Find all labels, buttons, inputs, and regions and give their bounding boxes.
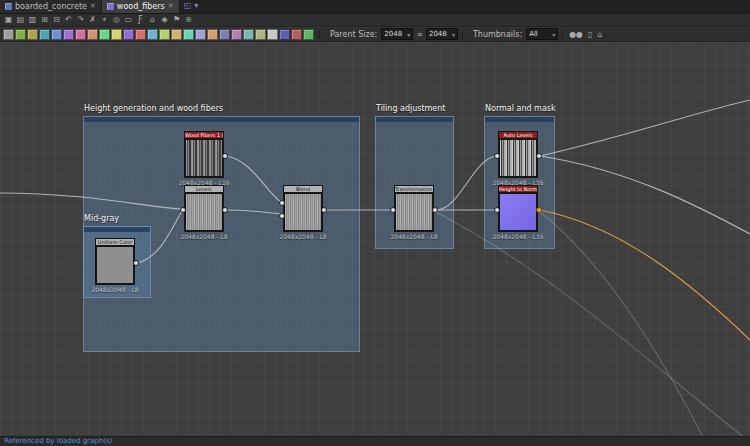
node-thumbnail[interactable]: [394, 192, 434, 232]
output-connector[interactable]: [432, 207, 438, 213]
node-type-icon[interactable]: [87, 29, 98, 40]
node-type-icon[interactable]: [195, 29, 206, 40]
wire: [540, 212, 705, 436]
node-type-icon[interactable]: [147, 29, 158, 40]
toolbar-icon[interactable]: ▣: [3, 15, 14, 25]
node-blend[interactable]: Blend 2048x2048 - L8: [283, 185, 323, 232]
input-connector[interactable]: [494, 207, 500, 213]
node-type-icon[interactable]: [255, 29, 266, 40]
input-connector[interactable]: [279, 200, 285, 206]
output-connector[interactable]: [536, 207, 542, 213]
node-uniform-color[interactable]: Uniform Color 2048x2048 - L8: [95, 238, 135, 285]
node-type-icon[interactable]: [231, 29, 242, 40]
tab-wood-fibers[interactable]: wood_fibers ✕: [102, 0, 180, 13]
node-type-icon[interactable]: [15, 29, 26, 40]
close-icon[interactable]: ✕: [90, 3, 96, 10]
parent-size-width-value: 2048: [384, 30, 402, 38]
input-connector[interactable]: [494, 153, 500, 159]
node-title: Height to Normal W...: [498, 185, 538, 192]
toolbar-icon[interactable]: ⊟: [51, 15, 62, 25]
thumbnails-value: All: [529, 30, 538, 38]
toolbar-icon[interactable]: ⊞: [39, 15, 50, 25]
panel-icon[interactable]: ▯: [588, 30, 592, 39]
node-type-icon[interactable]: [171, 29, 182, 40]
input-connector[interactable]: [180, 207, 186, 213]
output-connector[interactable]: [536, 153, 542, 159]
toolbar-icon[interactable]: ⌂: [147, 15, 158, 25]
node-type-icon[interactable]: [63, 29, 74, 40]
node-type-icon[interactable]: [3, 29, 14, 40]
toolbar-icon[interactable]: ≋: [183, 15, 194, 25]
close-icon[interactable]: ✕: [168, 3, 174, 10]
toolbar-icon[interactable]: ◎: [111, 15, 122, 25]
toolbar-icon[interactable]: ▤: [15, 15, 26, 25]
toolbar-icon[interactable]: ▭: [123, 15, 134, 25]
node-toolbar-icons: [3, 29, 315, 40]
node-type-icon[interactable]: [123, 29, 134, 40]
node-thumbnail[interactable]: [184, 138, 224, 178]
node-thumbnail[interactable]: [498, 138, 538, 178]
node-title: Auto Levels: [498, 131, 538, 138]
output-connector[interactable]: [321, 207, 327, 213]
home-view-icon[interactable]: ⌂: [598, 30, 603, 39]
output-connector[interactable]: [133, 260, 139, 266]
toolbar-icon[interactable]: ⌖: [99, 15, 110, 25]
parent-size-width-dropdown[interactable]: 2048 ▾: [381, 28, 413, 40]
node-title: Wood Fibers 1 (Le...: [184, 131, 224, 138]
node-levels[interactable]: Levels 2048x2048 - L8: [184, 185, 224, 232]
toolbar-icon[interactable]: ✗: [87, 15, 98, 25]
toolbar-icon[interactable]: ◈: [159, 15, 170, 25]
chevron-down-icon: ▾: [552, 31, 555, 38]
link-size-icon[interactable]: ∞: [416, 30, 423, 39]
input-connector[interactable]: [390, 207, 396, 213]
toolbar-icon[interactable]: ⚑: [171, 15, 182, 25]
node-thumbnail[interactable]: [184, 192, 224, 232]
thumbnails-dropdown[interactable]: All ▾: [526, 28, 558, 40]
tab-boarded-concrete[interactable]: boarded_concrete ✕: [0, 0, 102, 13]
node-wood-fibers[interactable]: Wood Fibers 1 (Le... 2048x2048 - L16: [184, 131, 224, 178]
node-type-icon[interactable]: [135, 29, 146, 40]
parent-size-height-dropdown[interactable]: 2048 ▾: [426, 28, 458, 40]
node-thumbnail[interactable]: [95, 245, 135, 285]
toolbar-separator: [562, 30, 563, 39]
input-connector[interactable]: [279, 213, 285, 219]
node-transformation-2d[interactable]: Transformation 2D 2048x2048 - L8: [394, 185, 434, 232]
node-type-icon[interactable]: [279, 29, 290, 40]
chevron-down-icon: ▾: [452, 31, 455, 38]
toolbar-icon[interactable]: Ƒ: [135, 15, 146, 25]
node-type-icon[interactable]: [183, 29, 194, 40]
node-type-icon[interactable]: [159, 29, 170, 40]
node-type-icon[interactable]: [111, 29, 122, 40]
node-type-icon[interactable]: [243, 29, 254, 40]
node-type-icon[interactable]: [219, 29, 230, 40]
wire-normal-output: [540, 210, 750, 340]
toolbar-icon[interactable]: ▥: [27, 15, 38, 25]
node-auto-levels[interactable]: Auto Levels 2048x2048 - L16: [498, 131, 538, 178]
node-thumbnail[interactable]: [498, 192, 538, 232]
node-type-icon[interactable]: [303, 29, 314, 40]
graph-icon: [5, 3, 12, 10]
toolbar-icon[interactable]: ↶: [63, 15, 74, 25]
node-type-icon[interactable]: [267, 29, 278, 40]
node-type-icon[interactable]: [99, 29, 110, 40]
node-caption: 2048x2048 - L8: [180, 233, 227, 240]
output-connector[interactable]: [222, 207, 228, 213]
node-height-to-normal[interactable]: Height to Normal W... 2048x2048 - L16: [498, 185, 538, 232]
tab-label: wood_fibers: [117, 2, 165, 11]
toolbar-separator: [462, 30, 463, 39]
output-connector[interactable]: [222, 153, 228, 159]
graph-canvas[interactable]: Height generation and wood fibers Mid-gr…: [0, 42, 750, 436]
tab-menu-icon[interactable]: ▾: [194, 1, 198, 11]
node-type-icon[interactable]: [207, 29, 218, 40]
node-type-icon[interactable]: [27, 29, 38, 40]
node-type-icon[interactable]: [291, 29, 302, 40]
node-type-icon[interactable]: [75, 29, 86, 40]
toolbar-separator: [319, 30, 320, 39]
undock-icon[interactable]: ◱: [184, 1, 192, 11]
node-type-icon[interactable]: [51, 29, 62, 40]
node-type-icon[interactable]: [39, 29, 50, 40]
tab-extra-buttons: ◱ ▾: [180, 0, 203, 13]
thumbnail-dots-icon[interactable]: ●●: [569, 30, 583, 39]
toolbar-icon[interactable]: ↷: [75, 15, 86, 25]
node-thumbnail[interactable]: [283, 192, 323, 232]
